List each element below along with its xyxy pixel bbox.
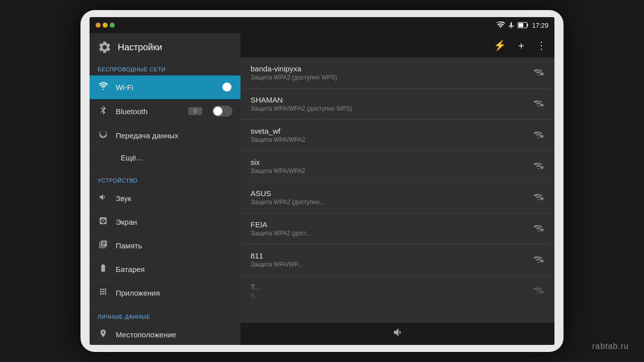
network-item[interactable]: ASUS Защита WPA2 (доступно... xyxy=(240,182,554,213)
network-item[interactable]: FEIA Защита WPA2 (дост... xyxy=(240,213,554,244)
svg-point-15 xyxy=(541,260,542,261)
network-info: 811 Защита WPA/WP... xyxy=(251,251,527,268)
sidebar-item-battery[interactable]: Батарея xyxy=(90,257,240,281)
svg-point-9 xyxy=(541,167,542,167)
wifi-lock-icon xyxy=(532,222,544,235)
window-controls xyxy=(96,23,115,28)
data-label: Передача данных xyxy=(116,131,232,140)
screen: 17:29 Настройки БЕСПРОВОДНЫЕ СЕТИ xyxy=(90,17,554,345)
network-info: SHAMAN Защита WPA/WPA2 (доступно WPS) xyxy=(251,96,527,112)
airplane-icon xyxy=(508,22,515,29)
wifi-lock-icon xyxy=(532,191,544,204)
network-security: Защита WPA/WPA2 xyxy=(251,136,527,143)
network-info: ASUS Защита WPA2 (доступно... xyxy=(251,189,527,206)
network-name: FEIA xyxy=(251,220,527,229)
sidebar-item-more[interactable]: Ещё... xyxy=(90,147,240,168)
network-security: S... xyxy=(251,292,527,299)
network-info: sveta_wf Защита WPA/WPA2 xyxy=(251,127,527,143)
more-menu-icon[interactable]: ⋮ xyxy=(536,39,546,51)
wifi-lock-icon xyxy=(532,253,544,266)
add-icon[interactable]: ＋ xyxy=(516,39,526,52)
settings-gear-icon xyxy=(98,40,112,54)
location-label: Местоположение xyxy=(116,330,232,339)
sidebar-header: Настройки xyxy=(90,33,240,61)
flash-icon[interactable]: ⚡ xyxy=(494,39,506,51)
location-icon xyxy=(98,329,109,340)
wifi-status-icon xyxy=(497,22,505,29)
network-item[interactable]: sveta_wf Защита WPA/WPA2 xyxy=(240,120,554,151)
wifi-lock-icon xyxy=(532,66,544,79)
sidebar-item-location[interactable]: Местоположение xyxy=(90,323,240,345)
status-time: 17:29 xyxy=(532,22,548,29)
sidebar-item-display[interactable]: Экран xyxy=(90,210,240,234)
network-info: six Защита WPA/WPA2 xyxy=(251,158,527,174)
svg-point-11 xyxy=(541,198,542,199)
network-name: six xyxy=(251,158,527,166)
display-icon xyxy=(98,216,109,227)
sidebar-item-memory[interactable]: Память xyxy=(90,234,240,257)
network-name: banda-vinipyxa xyxy=(251,64,527,73)
network-list: banda-vinipyxa Защита WPA2 (доступно WPS… xyxy=(240,57,554,323)
battery-label: Батарея xyxy=(116,265,232,274)
main-content: Настройки БЕСПРОВОДНЫЕ СЕТИ Wi-Fi xyxy=(90,33,554,345)
sound-label: Звук xyxy=(116,194,232,203)
section-device: УСТРОЙСТВО xyxy=(90,172,240,187)
wifi-label: Wi-Fi xyxy=(116,83,205,92)
status-bar: 17:29 xyxy=(90,17,554,33)
sidebar-title: Настройки xyxy=(118,42,162,53)
memory-icon xyxy=(98,240,109,251)
network-item[interactable]: SHAMAN Защита WPA/WPA2 (доступно WPS) xyxy=(240,88,554,120)
more-label: Ещё... xyxy=(116,153,232,162)
network-security: Защита WPA2 (доступно WPS) xyxy=(251,74,527,81)
network-item[interactable]: 811 Защита WPA/WP... xyxy=(240,244,554,276)
wifi-toggle[interactable] xyxy=(212,81,232,93)
network-security: Защита WPA2 (доступно... xyxy=(251,199,527,206)
network-item[interactable]: six Защита WPA/WPA2 xyxy=(240,151,554,182)
sidebar-item-bluetooth[interactable]: Bluetooth 0 xyxy=(90,99,240,124)
battery-sidebar-icon xyxy=(98,263,109,275)
network-name: SHAMAN xyxy=(251,96,527,104)
section-personal: ЛИЧНЫЕ ДАННЫЕ xyxy=(90,309,240,323)
display-label: Экран xyxy=(116,218,232,226)
svg-point-3 xyxy=(541,73,542,74)
network-name: 811 xyxy=(251,251,527,260)
battery-icon xyxy=(518,22,529,28)
sidebar-item-wifi[interactable]: Wi-Fi xyxy=(90,75,240,99)
apps-icon xyxy=(98,287,109,298)
volume-down-icon[interactable] xyxy=(391,326,404,341)
network-security: Защита WPA/WPA2 xyxy=(251,167,527,174)
dot-yellow xyxy=(103,23,108,28)
network-security: Защита WPA2 (дост... xyxy=(251,230,527,237)
memory-label: Память xyxy=(116,241,232,250)
svg-rect-1 xyxy=(519,23,523,27)
svg-point-5 xyxy=(541,105,542,105)
network-item[interactable]: banda-vinipyxa Защита WPA2 (доступно WPS… xyxy=(240,57,554,88)
sidebar-item-sound[interactable]: Звук xyxy=(90,187,240,210)
network-name: T... xyxy=(251,283,527,291)
network-security: Защита WPA/WPA2 (доступно WPS) xyxy=(251,105,527,112)
bluetooth-icon xyxy=(98,105,109,117)
wifi-icon xyxy=(98,82,109,92)
sidebar-item-data[interactable]: Передача данных xyxy=(90,124,240,147)
right-panel: ⚡ ＋ ⋮ banda-vinipyxa Защита WPA2 (доступ… xyxy=(240,33,554,345)
network-security: Защита WPA/WP... xyxy=(251,261,527,268)
bluetooth-label: Bluetooth xyxy=(116,107,181,116)
svg-point-17 xyxy=(541,292,542,292)
bluetooth-toggle[interactable] xyxy=(212,106,232,117)
network-info: T... S... xyxy=(251,283,527,299)
apps-label: Приложения xyxy=(116,289,232,297)
network-info: FEIA Защита WPA2 (дост... xyxy=(251,220,527,237)
network-info: banda-vinipyxa Защита WPA2 (доступно WPS… xyxy=(251,64,527,81)
network-name: sveta_wf xyxy=(251,127,527,135)
network-name: ASUS xyxy=(251,189,527,198)
svg-point-7 xyxy=(541,136,542,136)
network-item[interactable]: T... S... xyxy=(240,276,554,307)
wifi-lock-icon xyxy=(532,284,544,298)
dot-green xyxy=(110,23,115,28)
sidebar-item-apps[interactable]: Приложения xyxy=(90,281,240,305)
tablet-frame: 17:29 Настройки БЕСПРОВОДНЫЕ СЕТИ xyxy=(80,10,564,352)
right-header: ⚡ ＋ ⋮ xyxy=(240,33,554,57)
sidebar: Настройки БЕСПРОВОДНЫЕ СЕТИ Wi-Fi xyxy=(90,33,240,345)
dot-orange xyxy=(96,23,101,28)
wifi-lock-icon xyxy=(532,159,544,173)
